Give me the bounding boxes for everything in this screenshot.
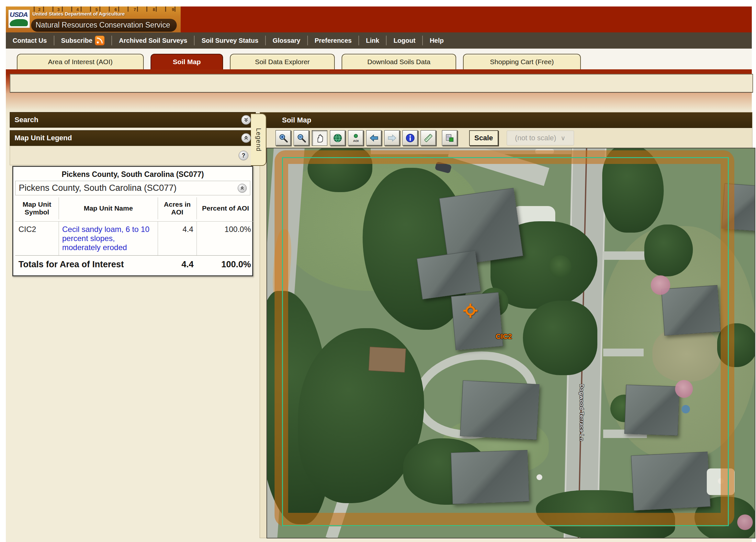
double-chevron-down-icon (243, 117, 249, 123)
info-icon (405, 133, 415, 143)
help-icon: ? (242, 152, 245, 159)
cell-percent: 100.0% (197, 221, 254, 255)
main-tabs: Area of Interest (AOI) Soil Map Soil Dat… (6, 49, 752, 69)
legend-side-tab[interactable]: Legend (251, 113, 266, 166)
legend-panel-body: ? (10, 146, 256, 165)
zoom-in-icon (278, 133, 288, 143)
tab-soil-map[interactable]: Soil Map (151, 54, 223, 69)
nav-logout[interactable]: Logout (387, 37, 422, 44)
col-acres-in-aoi: Acres in AOI (158, 197, 197, 219)
svg-text:AOI: AOI (353, 139, 358, 142)
ruler-icon (423, 133, 433, 143)
nav-contact-us[interactable]: Contact Us (6, 37, 54, 44)
double-chevron-up-icon (243, 135, 249, 141)
globe-icon (333, 133, 343, 143)
map-viewport[interactable]: CIC2 Dogwood Terrace Ln (266, 148, 755, 538)
nav-subscribe[interactable]: Subscribe (54, 36, 112, 45)
expand-search-button[interactable] (241, 115, 251, 125)
totals-label: Totals for Area of Interest (15, 255, 158, 274)
identify-button[interactable] (402, 130, 418, 146)
nav-soil-survey-status[interactable]: Soil Survey Status (195, 37, 265, 44)
county-group-row[interactable]: Pickens County, South Carolina (SC077) (15, 181, 250, 195)
col-map-unit-name: Map Unit Name (59, 197, 158, 219)
zoom-out-button[interactable] (294, 130, 309, 146)
cell-symbol: CIC2 (15, 221, 59, 255)
pan-button[interactable] (312, 130, 327, 146)
agency-name: Natural Resources Conservation Service (36, 21, 170, 29)
map-toolbar: AOI (260, 128, 752, 148)
export-map-button[interactable] (442, 130, 457, 146)
forward-button[interactable] (384, 130, 400, 146)
map-unit-legend-header[interactable]: Map Unit Legend (10, 130, 256, 146)
measure-button[interactable] (421, 130, 436, 146)
zoom-out-icon (297, 133, 306, 143)
tab-soil-data-explorer[interactable]: Soil Data Explorer (230, 54, 335, 69)
tab-area-of-interest[interactable]: Area of Interest (AOI) (17, 54, 144, 69)
double-chevron-up-icon (240, 186, 245, 191)
aoi-icon: AOI (351, 133, 361, 143)
rss-icon[interactable] (95, 36, 105, 45)
totals-percent: 100.0% (197, 255, 254, 274)
back-button[interactable] (366, 130, 382, 146)
sub-header-bar (10, 74, 753, 93)
map-unit-symbol-label: CIC2 (496, 333, 512, 341)
map-unit-name-link[interactable]: Cecil sandy loam, 6 to 10 percent slopes… (62, 225, 149, 252)
crosshair-marker-icon (463, 303, 478, 319)
table-header-row: Map Unit Symbol Map Unit Name Acres in A… (15, 197, 250, 219)
nav-preferences[interactable]: Preferences (308, 37, 359, 44)
nav-link[interactable]: Link (359, 37, 386, 44)
dept-line: United States Department of Agriculture (32, 11, 125, 17)
forward-arrow-icon (387, 133, 397, 143)
table-row: CIC2 Cecil sandy loam, 6 to 10 percent s… (15, 221, 250, 255)
nav-help[interactable]: Help (423, 37, 450, 44)
nav-archived-soil-surveys[interactable]: Archived Soil Surveys (112, 37, 194, 44)
legend-help-button[interactable]: ? (239, 151, 248, 160)
flowering-tree (737, 514, 753, 530)
overview-map-button[interactable] (330, 130, 345, 146)
aoi-boundary-line (282, 157, 729, 526)
soil-map-title: Soil Map (282, 116, 311, 124)
totals-row: Totals for Area of Interest 4.4 100.0% (15, 255, 250, 274)
cell-name: Cecil sandy loam, 6 to 10 percent slopes… (59, 221, 158, 255)
collapse-legend-button[interactable] (241, 133, 251, 143)
pan-hand-icon (315, 133, 324, 143)
soil-map-panel: Soil Map (260, 112, 752, 538)
zoom-to-aoi-button[interactable]: AOI (348, 130, 364, 146)
banner-photo: 2 3 4 5 6 7 8 9 USDA United States Depar… (6, 6, 181, 32)
nav-glossary[interactable]: Glossary (266, 37, 307, 44)
collapse-county-button[interactable] (238, 184, 247, 193)
usda-logo: USDA (8, 10, 30, 28)
chevron-down-icon: ∨ (561, 134, 566, 142)
street-name-label: Dogwood Terrace Ln (579, 384, 584, 441)
county-title: Pickens County, South Carolina (SC077) (13, 167, 252, 181)
usda-logo-swoosh-icon (10, 19, 28, 26)
usda-logo-text: USDA (10, 11, 28, 18)
map-unit-legend-table: Pickens County, South Carolina (SC077) P… (12, 166, 253, 277)
scale-button[interactable]: Scale (469, 130, 498, 146)
tab-download-soils-data[interactable]: Download Soils Data (342, 54, 456, 69)
export-icon (445, 133, 455, 143)
totals-acres: 4.4 (158, 255, 197, 274)
top-nav: Contact Us Subscribe Archived Soil Surve… (6, 32, 752, 49)
usda-banner: 2 3 4 5 6 7 8 9 USDA United States Depar… (6, 6, 752, 32)
zoom-in-button[interactable] (276, 130, 291, 146)
back-arrow-icon (369, 133, 379, 143)
soil-map-panel-header: Soil Map (260, 112, 752, 128)
tab-shopping-cart[interactable]: Shopping Cart (Free) (463, 54, 581, 69)
scale-dropdown[interactable]: (not to scale) ∨ (507, 130, 574, 145)
col-map-unit-symbol: Map Unit Symbol (15, 197, 59, 219)
search-panel-header[interactable]: Search (10, 112, 256, 128)
col-percent-of-aoi: Percent of AOI (197, 197, 254, 219)
cell-acres: 4.4 (158, 221, 197, 255)
